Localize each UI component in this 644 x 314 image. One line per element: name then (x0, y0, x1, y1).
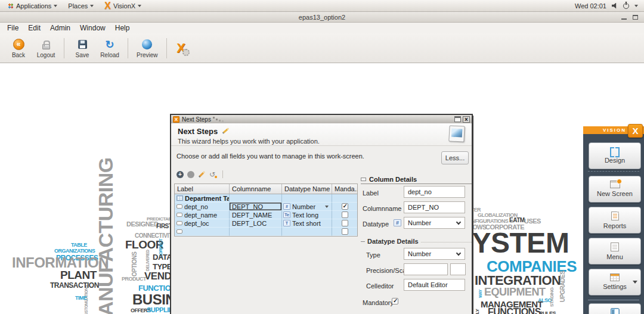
dialog-maximize-icon[interactable] (454, 116, 461, 122)
table-row[interactable]: dept_locDEPT_LOCTText short (175, 219, 357, 228)
mandatory-checkbox[interactable] (392, 298, 398, 304)
columnname-input[interactable] (404, 201, 465, 213)
mandatory-checkbox[interactable] (342, 220, 348, 226)
volume-icon[interactable] (612, 3, 618, 9)
topbar-menu-applications[interactable]: Applications (2, 0, 63, 12)
scale-input[interactable] (450, 263, 466, 275)
toolbar-button-reload[interactable]: Reload (96, 38, 123, 58)
cell-label[interactable] (175, 228, 230, 236)
collapse-icon[interactable] (361, 178, 366, 181)
cell-mandatory[interactable] (332, 194, 357, 203)
wordcloud-word: INFORMATION (12, 256, 109, 270)
toolbar-button-logout[interactable]: Logout (32, 38, 60, 58)
topbar-menu-visionx[interactable]: VisionX (99, 0, 147, 12)
cell-datatype[interactable]: TText short (282, 219, 332, 228)
cell-columnname[interactable] (230, 228, 282, 236)
mandatory-checkbox[interactable] (342, 228, 348, 235)
field-label: dept_loc (184, 220, 209, 227)
cell-datatype[interactable]: #Number (282, 203, 332, 211)
datatype-select[interactable]: Number (404, 217, 465, 229)
toolbar-button-save[interactable]: Save (69, 38, 96, 58)
wordcloud-word: EQUIPMENT (484, 287, 546, 297)
celleditor-input[interactable] (404, 279, 465, 291)
next-steps-dialog: Next Steps Next Steps This wizard helps … (170, 114, 473, 314)
sidebar-button-design[interactable]: Design (589, 142, 641, 169)
table-header-columnname[interactable]: Columnname (230, 184, 282, 194)
edit-icon[interactable] (198, 170, 206, 178)
table-row[interactable] (175, 228, 357, 236)
table-row[interactable]: dept_nameDEPT_NAMETeText long (175, 211, 357, 219)
menu-label: VisionX (113, 2, 135, 10)
topbar-menu-places[interactable]: Places (63, 0, 99, 12)
reload-icon (105, 39, 114, 50)
cell-datatype[interactable] (282, 194, 332, 203)
cell-mandatory[interactable] (332, 203, 357, 211)
dialog-titlebar[interactable]: Next Steps (171, 115, 472, 123)
toolbar-button-preview[interactable]: Preview (132, 38, 162, 58)
sidebar-button-label: Reports (589, 223, 640, 229)
table-header-datatype-name[interactable]: Datatype Name (282, 184, 332, 194)
add-icon[interactable] (177, 171, 184, 178)
cell-label[interactable]: dept_no (175, 203, 230, 211)
cell-label[interactable]: dept_name (175, 211, 230, 219)
dialog-close-icon[interactable] (463, 116, 470, 123)
menubar-item-edit[interactable]: Edit (23, 23, 45, 33)
cell-columnname[interactable]: DEPT_NO (230, 203, 282, 211)
minimize-icon[interactable] (621, 18, 627, 20)
sidebar-button-menu[interactable]: Menu (589, 238, 641, 265)
window-titlebar[interactable]: epas13_option2 (0, 12, 644, 23)
datatype-name: Text long (292, 212, 318, 219)
visionx-gear-icon[interactable] (174, 42, 189, 55)
reports-icon (611, 212, 619, 220)
menubar-item-help[interactable]: Help (110, 23, 135, 33)
collapse-dash-icon[interactable] (361, 241, 365, 242)
cell-mandatory[interactable] (332, 211, 357, 219)
type-select[interactable]: Number (404, 248, 465, 260)
sidebar-button-reports[interactable]: Reports (589, 207, 641, 234)
chevron-down-icon[interactable] (634, 5, 638, 7)
wizard-image-icon (448, 125, 465, 142)
menubar-item-file[interactable]: File (2, 23, 23, 33)
clock[interactable]: Wed 02:01 (575, 2, 606, 10)
sidebar-button-documents[interactable]: Documents (589, 303, 641, 314)
precision-input[interactable] (404, 263, 448, 275)
toolbar-button-back[interactable]: Back (5, 38, 32, 58)
cell-datatype[interactable] (282, 228, 332, 236)
cell-mandatory[interactable] (332, 219, 357, 228)
cell-columnname[interactable] (230, 194, 282, 203)
wordcloud-word: UPGRADES (560, 271, 566, 302)
menubar-item-window[interactable]: Window (75, 23, 110, 33)
cell-columnname[interactable]: DEPT_LOC (230, 219, 282, 228)
cell-label[interactable]: dept_loc (175, 219, 230, 228)
table-icon (177, 195, 183, 201)
cell-label[interactable]: Department Ta... (175, 194, 230, 203)
wordcloud-word: TRANSACTION (50, 282, 99, 289)
import-icon[interactable] (209, 171, 217, 178)
toolbar-button-label: Reload (100, 52, 119, 58)
power-icon[interactable] (623, 3, 629, 9)
menubar-item-admin[interactable]: Admin (45, 23, 75, 33)
wordcloud-word: DIRECTLY (475, 309, 480, 314)
sidebar-button-settings[interactable]: Settings (589, 269, 641, 296)
remove-icon[interactable] (187, 171, 194, 178)
maximize-icon[interactable] (633, 15, 638, 20)
chevron-down-icon (456, 251, 461, 256)
sidebar-button-new-screen[interactable]: New Screen (589, 176, 641, 203)
table-header-manda[interactable]: Manda... (332, 184, 357, 194)
cell-datatype[interactable]: TeText long (282, 211, 332, 219)
visionx-logo-icon (104, 1, 111, 11)
wordcloud-word: MANUFACTURING (95, 157, 116, 314)
less-button[interactable]: Less... (441, 151, 469, 164)
type-select-value: Number (408, 250, 431, 257)
table-row[interactable]: dept_noDEPT_NO#Number (175, 203, 357, 211)
chevron-down-icon[interactable] (633, 281, 637, 284)
visionx-close-icon[interactable] (628, 124, 643, 138)
label-input[interactable] (404, 186, 465, 198)
mandatory-checkbox[interactable] (342, 212, 348, 218)
wordcloud-word: FUNCTIONS (488, 307, 541, 314)
cell-mandatory[interactable] (332, 228, 357, 236)
cell-columnname[interactable]: DEPT_NAME (230, 211, 282, 219)
table-header-label[interactable]: Label (175, 184, 230, 194)
table-row[interactable]: Department Ta... (175, 194, 357, 203)
mandatory-checkbox[interactable] (342, 203, 348, 210)
